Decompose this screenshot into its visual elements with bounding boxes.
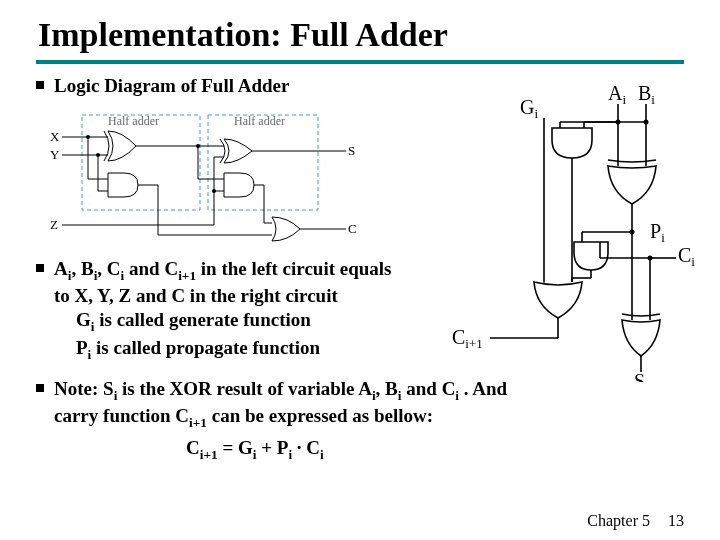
label-ci: Ci	[678, 244, 695, 269]
bullet-marker	[36, 384, 44, 392]
bullet2-text: Ai, Bi, Ci and Ci+1 in the left circuit …	[54, 257, 391, 363]
label-ciplus1: Ci+1	[452, 326, 483, 351]
bullet1-text: Logic Diagram of Full Adder	[54, 74, 289, 99]
port-z: Z	[50, 217, 58, 232]
label-bi: Bi	[638, 82, 655, 107]
label-ai: Ai	[608, 82, 626, 107]
label-pi: Pi	[650, 220, 665, 245]
title-rule	[36, 60, 684, 64]
port-c: C	[348, 221, 357, 236]
port-y: Y	[50, 147, 60, 162]
left-full-adder-diagram: Half adder Half adder X Y	[48, 109, 358, 249]
label-si: Si	[634, 370, 649, 382]
svg-point-21	[212, 189, 216, 193]
footer-page-number: 13	[668, 512, 684, 529]
right-full-adder-diagram: Ai Bi Gi Pi Ci	[432, 82, 702, 382]
slide: Implementation: Full Adder Logic Diagram…	[0, 0, 720, 540]
carry-equation: Ci+1 = Gi + Pi · Ci	[186, 437, 684, 463]
svg-rect-0	[82, 115, 200, 210]
bullet-marker	[36, 81, 44, 89]
port-x: X	[50, 129, 60, 144]
bullet-note: Note: Si is the XOR result of variable A…	[36, 377, 684, 431]
bullet3-text: Note: Si is the XOR result of variable A…	[54, 377, 507, 431]
bullet-marker	[36, 264, 44, 272]
port-s: S	[348, 143, 355, 158]
footer-chapter: Chapter 5	[587, 512, 650, 529]
slide-footer: Chapter 5 13	[587, 512, 684, 530]
bullet-mapping: Ai, Bi, Ci and Ci+1 in the left circuit …	[36, 257, 466, 363]
label-gi: Gi	[520, 96, 538, 121]
ha-label-2: Half adder	[234, 114, 285, 128]
page-title: Implementation: Full Adder	[38, 16, 684, 54]
ha-label-1: Half adder	[108, 114, 159, 128]
